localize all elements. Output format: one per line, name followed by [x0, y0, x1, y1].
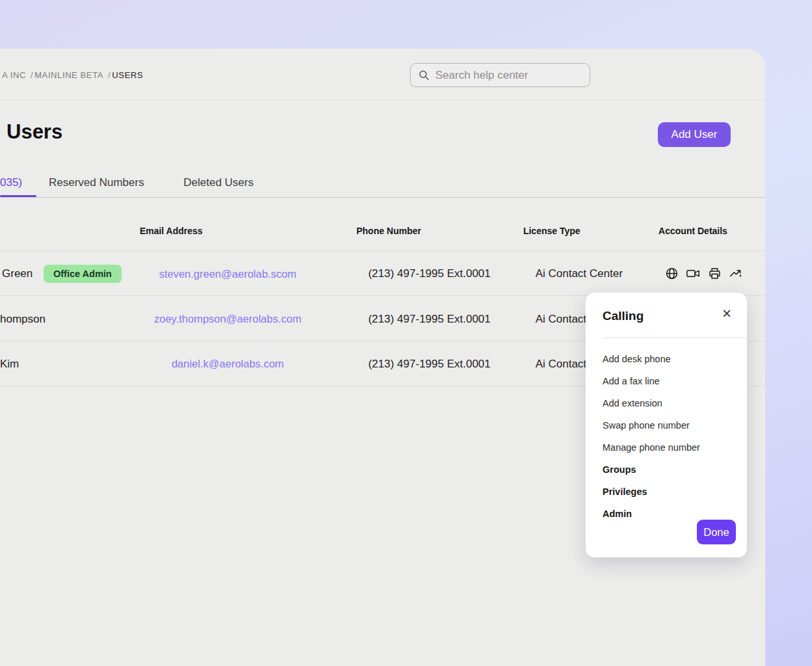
- popover-divider: [602, 338, 747, 338]
- column-header-license: License Type: [501, 223, 602, 239]
- header-divider: [0, 100, 765, 101]
- breadcrumb-item-office[interactable]: MAINLINE BETA: [34, 70, 103, 80]
- user-phone: (213) 497-1995 Ext.0001: [351, 297, 508, 341]
- calling-popover: Calling × Add desk phone Add a fax line …: [586, 293, 747, 557]
- role-badge: Office Admin: [44, 265, 122, 283]
- breadcrumb-separator: /: [31, 70, 33, 80]
- breadcrumb-separator: /: [108, 70, 111, 80]
- user-email-link[interactable]: zoey.thompson@aerolabs.com: [117, 297, 338, 341]
- menu-item-add-fax-line[interactable]: Add a fax line: [602, 370, 737, 392]
- tab-users-count[interactable]: 035): [0, 176, 22, 189]
- menu-item-groups[interactable]: Groups: [602, 459, 737, 481]
- menu-item-privileges[interactable]: Privileges: [602, 481, 737, 503]
- menu-item-swap-phone-number[interactable]: Swap phone number: [602, 414, 737, 436]
- menu-item-add-extension[interactable]: Add extension: [602, 392, 737, 414]
- column-header-phone: Phone Number: [338, 223, 439, 239]
- breadcrumb: A INC/MAINLINE BETA/USERS: [2, 70, 143, 80]
- printer-icon[interactable]: [708, 267, 722, 280]
- globe-icon[interactable]: [665, 267, 679, 280]
- menu-item-manage-phone-number[interactable]: Manage phone number: [602, 436, 737, 459]
- tabs-divider: [0, 197, 765, 198]
- column-header-email: Email Address: [117, 223, 225, 239]
- user-email-link[interactable]: daniel.k@aerolabs.com: [117, 341, 338, 386]
- done-button[interactable]: Done: [697, 520, 736, 544]
- trending-up-icon[interactable]: [729, 267, 743, 280]
- user-name: Green: [2, 251, 33, 295]
- breadcrumb-item-users: USERS: [112, 70, 143, 80]
- tab-deleted-users[interactable]: Deleted Users: [183, 176, 254, 189]
- search-icon: [418, 70, 429, 81]
- popover-title: Calling: [602, 309, 643, 323]
- user-phone: (213) 497-1995 Ext.0001: [351, 341, 508, 386]
- page-title: Users: [7, 120, 62, 144]
- table-row: Green Office Admin steven.green@aerolab.…: [0, 250, 765, 296]
- tab-reserved-numbers[interactable]: Reserved Numbers: [49, 176, 144, 189]
- video-camera-icon[interactable]: [686, 267, 701, 280]
- popover-menu: Add desk phone Add a fax line Add extens…: [602, 348, 737, 525]
- column-header-account: Account Details: [641, 223, 745, 239]
- account-details-actions: [661, 251, 747, 295]
- breadcrumb-item-company[interactable]: A INC: [2, 70, 26, 80]
- search-input[interactable]: [435, 69, 582, 82]
- close-icon[interactable]: ×: [722, 306, 731, 321]
- user-phone: (213) 497-1995 Ext.0001: [351, 251, 508, 295]
- menu-item-add-desk-phone[interactable]: Add desk phone: [602, 348, 737, 370]
- user-license: Ai Contact Center: [514, 251, 644, 295]
- add-user-button[interactable]: Add User: [658, 122, 731, 147]
- user-name: hompson: [0, 297, 46, 341]
- user-email-link[interactable]: steven.green@aerolab.scom: [117, 251, 338, 295]
- user-name: Kim: [0, 341, 19, 386]
- help-search[interactable]: [410, 63, 590, 87]
- app-background: A INC/MAINLINE BETA/USERS Users Add User…: [0, 0, 812, 666]
